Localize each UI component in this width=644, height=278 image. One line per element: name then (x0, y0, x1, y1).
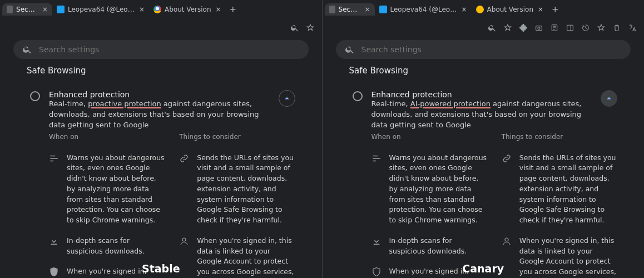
section-title: Safe Browsing (27, 66, 295, 76)
tab-label: Leopeva64 (@Leopeva64) / Tw (390, 6, 457, 13)
svg-rect-3 (536, 26, 542, 31)
tab-label: Security (16, 6, 38, 13)
reader-icon[interactable] (549, 23, 559, 33)
column-title: Things to consider (502, 133, 617, 141)
enhanced-protection-option[interactable]: Enhanced protection Real-time, proactive… (27, 86, 295, 278)
screenshot-icon[interactable] (534, 23, 544, 33)
bullet-linked: When you're signed in, this data is link… (502, 236, 617, 278)
collapse-button[interactable] (279, 90, 295, 107)
column-title: When on (49, 133, 165, 141)
toolbar (0, 19, 322, 37)
sliders-icon (371, 153, 382, 163)
tab-label: About Version (487, 6, 533, 13)
bullet-scans: In-depth scans for suspicious downloads. (49, 236, 165, 257)
new-tab-button[interactable]: + (548, 4, 563, 14)
tab-twitter[interactable]: Leopeva64 (@Leopeva64) / Tw × (52, 3, 149, 16)
tab-bar: Security × Leopeva64 (@Leopeva64) / Tw ×… (323, 0, 645, 19)
zoom-icon[interactable] (487, 23, 497, 33)
collapse-button[interactable] (601, 90, 617, 107)
bookmark-icon[interactable] (305, 23, 315, 33)
radio-button[interactable] (353, 91, 363, 101)
option-text: Enhanced protection Real-time, proactive… (49, 90, 279, 131)
close-icon[interactable]: × (215, 6, 221, 13)
search-bar[interactable] (13, 40, 309, 59)
pane-canary: Security × Leopeva64 (@Leopeva64) / Tw ×… (322, 0, 645, 278)
build-label: Stable (142, 262, 180, 275)
tab-security[interactable]: Security × (325, 3, 375, 16)
search-bar[interactable] (336, 40, 631, 59)
when-on-column: When on Warns you about dangerous sites,… (371, 133, 487, 278)
section-title: Safe Browsing (349, 66, 618, 76)
tab-twitter[interactable]: Leopeva64 (@Leopeva64) / Tw × (375, 3, 472, 16)
bullet-text: Sends the URLs of sites you visit and a … (197, 153, 295, 226)
canary-icon (476, 6, 484, 13)
details: When on Warns you about dangerous sites,… (49, 133, 295, 278)
close-icon[interactable]: × (538, 6, 543, 13)
download-icon (371, 236, 382, 246)
things-column: Things to consider Sends the URLs of sit… (502, 133, 617, 278)
bookmark-icon[interactable] (503, 23, 513, 33)
tab-label: Security (339, 6, 360, 13)
chrome-icon (153, 6, 161, 13)
tab-about[interactable]: About Version × (472, 3, 548, 16)
translate-icon[interactable] (627, 23, 637, 33)
extension-icon[interactable] (518, 23, 528, 33)
shield-icon (371, 267, 382, 277)
history-icon[interactable] (581, 23, 591, 33)
svg-point-4 (538, 27, 540, 29)
option-title: Enhanced protection (371, 90, 601, 99)
bullet-scans: In-depth scans for suspicious downloads. (371, 236, 487, 257)
bookmark-star-icon[interactable] (596, 23, 606, 33)
sliders-icon (49, 153, 59, 163)
link-icon (179, 153, 189, 163)
search-input[interactable] (361, 45, 622, 54)
new-tab-button[interactable]: + (226, 4, 241, 14)
link-icon (502, 153, 512, 163)
tab-bar: Security × Leopeva64 (@Leopeva64) / Tw ×… (0, 0, 322, 19)
bullet-warns: Warns you about dangerous sites, even on… (371, 153, 487, 226)
download-icon (49, 236, 59, 246)
option-body: Enhanced protection Real-time, proactive… (49, 90, 295, 278)
things-column: Things to consider Sends the URLs of sit… (179, 133, 295, 278)
close-icon[interactable]: × (42, 6, 48, 13)
search-wrap (323, 37, 645, 61)
tab-about[interactable]: About Version × (149, 3, 225, 16)
bullet-urls: Sends the URLs of sites you visit and a … (179, 153, 295, 226)
tab-label: Leopeva64 (@Leopeva64) / Tw (68, 6, 135, 13)
svg-point-9 (505, 238, 508, 241)
desc-highlight: proactive protection (88, 100, 161, 108)
close-icon[interactable]: × (462, 6, 467, 13)
chevron-up-icon (604, 93, 614, 103)
shield-icon (329, 6, 335, 13)
build-label: Canary (462, 262, 504, 275)
panel-icon[interactable] (565, 23, 575, 33)
option-title: Enhanced protection (49, 90, 279, 99)
bullet-text: In-depth scans for suspicious downloads. (67, 236, 165, 257)
toolbar (323, 19, 645, 37)
search-input[interactable] (39, 45, 300, 54)
bullet-text: In-depth scans for suspicious downloads. (389, 236, 487, 257)
close-icon[interactable]: × (139, 6, 145, 13)
column-title: Things to consider (179, 133, 295, 141)
details: When on Warns you about dangerous sites,… (371, 133, 618, 278)
option-text: Enhanced protection Real-time, AI-powere… (371, 90, 601, 131)
close-icon[interactable]: × (364, 6, 370, 13)
bullet-text: When you're signed in, this data is link… (197, 236, 295, 278)
person-icon (502, 236, 512, 246)
bullet-warns: Warns you about dangerous sites, even on… (49, 153, 165, 226)
tab-label: About Version (165, 6, 211, 13)
twitter-icon (57, 6, 65, 13)
shield-icon (49, 267, 59, 277)
search-wrap (0, 37, 322, 61)
desc-highlight: AI-powered protection (410, 100, 491, 108)
bullet-linked: When you're signed in, this data is link… (179, 236, 295, 278)
option-header: Enhanced protection Real-time, proactive… (49, 90, 295, 131)
zoom-icon[interactable] (290, 23, 300, 33)
option-description: Real-time, AI-powered protection against… (371, 99, 601, 131)
radio-button[interactable] (30, 91, 40, 101)
trash-icon[interactable] (612, 23, 622, 33)
chevron-up-icon (282, 93, 292, 103)
enhanced-protection-option[interactable]: Enhanced protection Real-time, AI-powere… (349, 86, 618, 278)
tab-security[interactable]: Security × (2, 3, 52, 16)
svg-point-2 (182, 238, 186, 241)
